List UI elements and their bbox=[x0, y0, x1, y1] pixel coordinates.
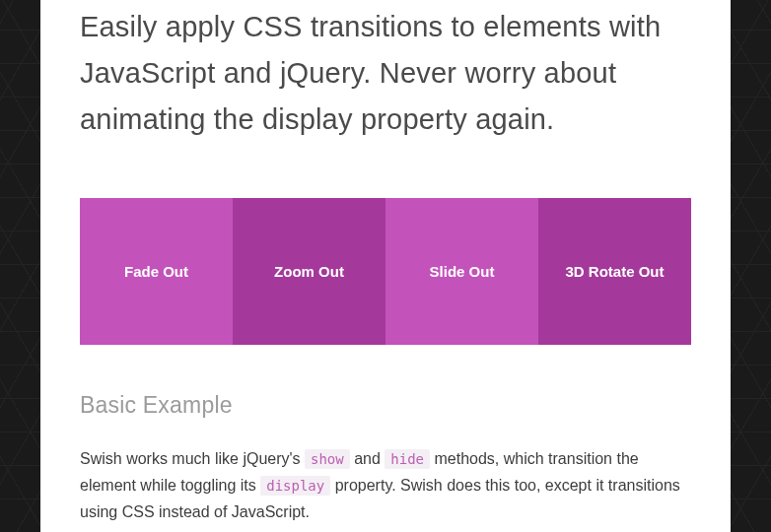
fade-out-button[interactable]: Fade Out bbox=[80, 198, 233, 345]
text-fragment: and bbox=[350, 450, 386, 467]
button-label: Slide Out bbox=[430, 263, 495, 280]
button-label: 3D Rotate Out bbox=[565, 263, 664, 280]
demo-button-row: Fade Out Zoom Out Slide Out 3D Rotate Ou… bbox=[80, 198, 691, 345]
body-paragraph: Swish works much like jQuery's show and … bbox=[80, 446, 691, 526]
rotate-out-button[interactable]: 3D Rotate Out bbox=[538, 198, 691, 345]
code-hide: hide bbox=[385, 449, 430, 469]
content-card: Easily apply CSS transitions to elements… bbox=[40, 0, 731, 532]
intro-text: Easily apply CSS transitions to elements… bbox=[80, 4, 691, 143]
code-show: show bbox=[305, 449, 350, 469]
button-label: Zoom Out bbox=[274, 263, 344, 280]
button-label: Fade Out bbox=[124, 263, 188, 280]
text-fragment: Swish works much like jQuery's bbox=[80, 450, 305, 467]
slide-out-button[interactable]: Slide Out bbox=[386, 198, 538, 345]
zoom-out-button[interactable]: Zoom Out bbox=[233, 198, 386, 345]
code-display: display bbox=[260, 476, 330, 496]
section-heading: Basic Example bbox=[80, 392, 691, 419]
